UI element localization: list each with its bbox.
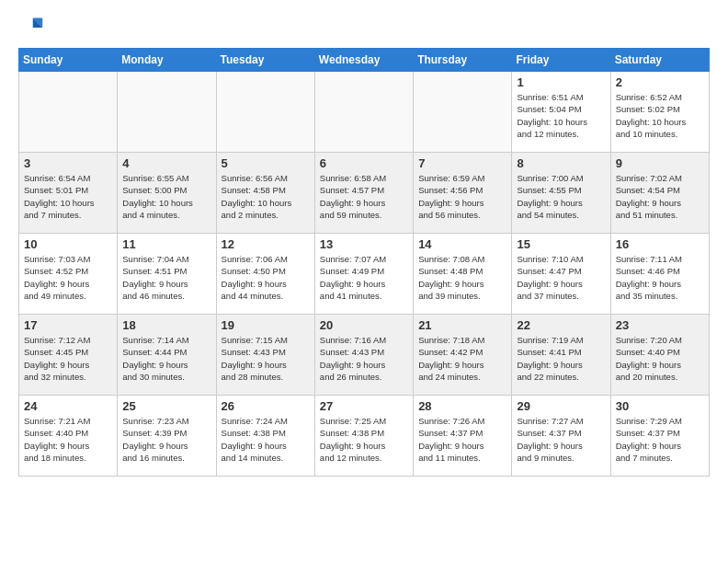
calendar-cell: 6Sunrise: 6:58 AM Sunset: 4:57 PM Daylig… <box>314 153 413 234</box>
day-info: Sunrise: 7:10 AM Sunset: 4:47 PM Dayligh… <box>517 253 605 302</box>
calendar-cell: 22Sunrise: 7:19 AM Sunset: 4:41 PM Dayli… <box>512 315 610 396</box>
day-number: 15 <box>517 237 605 251</box>
day-info: Sunrise: 7:14 AM Sunset: 4:44 PM Dayligh… <box>122 334 210 383</box>
day-number: 10 <box>24 237 112 251</box>
day-info: Sunrise: 6:54 AM Sunset: 5:01 PM Dayligh… <box>24 172 112 221</box>
day-info: Sunrise: 7:18 AM Sunset: 4:42 PM Dayligh… <box>418 334 506 383</box>
weekday-header-friday: Friday <box>512 49 610 72</box>
day-number: 6 <box>320 156 408 170</box>
calendar-cell: 20Sunrise: 7:16 AM Sunset: 4:43 PM Dayli… <box>314 315 413 396</box>
day-info: Sunrise: 6:59 AM Sunset: 4:56 PM Dayligh… <box>418 172 506 221</box>
weekday-header-wednesday: Wednesday <box>314 49 413 72</box>
weekday-header-thursday: Thursday <box>414 49 512 72</box>
day-info: Sunrise: 6:51 AM Sunset: 5:04 PM Dayligh… <box>517 91 605 140</box>
calendar-cell: 9Sunrise: 7:02 AM Sunset: 4:54 PM Daylig… <box>610 153 709 234</box>
weekday-header-tuesday: Tuesday <box>216 49 314 72</box>
calendar-cell: 3Sunrise: 6:54 AM Sunset: 5:01 PM Daylig… <box>19 153 118 234</box>
day-number: 11 <box>122 237 210 251</box>
day-number: 18 <box>122 318 210 332</box>
calendar-cell: 1Sunrise: 6:51 AM Sunset: 5:04 PM Daylig… <box>512 72 610 153</box>
calendar-cell: 19Sunrise: 7:15 AM Sunset: 4:43 PM Dayli… <box>216 315 314 396</box>
day-number: 8 <box>517 156 605 170</box>
day-info: Sunrise: 7:11 AM Sunset: 4:46 PM Dayligh… <box>616 253 704 302</box>
day-number: 30 <box>616 399 704 413</box>
calendar-cell: 21Sunrise: 7:18 AM Sunset: 4:42 PM Dayli… <box>414 315 512 396</box>
day-info: Sunrise: 7:06 AM Sunset: 4:50 PM Dayligh… <box>222 253 310 302</box>
day-info: Sunrise: 7:07 AM Sunset: 4:49 PM Dayligh… <box>320 253 408 302</box>
calendar-cell: 2Sunrise: 6:52 AM Sunset: 5:02 PM Daylig… <box>610 72 709 153</box>
calendar-cell: 8Sunrise: 7:00 AM Sunset: 4:55 PM Daylig… <box>512 153 610 234</box>
calendar-cell: 10Sunrise: 7:03 AM Sunset: 4:52 PM Dayli… <box>19 234 118 315</box>
calendar-cell <box>19 72 118 153</box>
calendar-week-row: 1Sunrise: 6:51 AM Sunset: 5:04 PM Daylig… <box>19 72 710 153</box>
calendar-cell: 29Sunrise: 7:27 AM Sunset: 4:37 PM Dayli… <box>512 396 610 477</box>
day-info: Sunrise: 7:24 AM Sunset: 4:38 PM Dayligh… <box>222 415 310 464</box>
calendar-cell: 7Sunrise: 6:59 AM Sunset: 4:56 PM Daylig… <box>414 153 512 234</box>
calendar-header-row: SundayMondayTuesdayWednesdayThursdayFrid… <box>19 49 710 72</box>
calendar-cell: 28Sunrise: 7:26 AM Sunset: 4:37 PM Dayli… <box>414 396 512 477</box>
day-info: Sunrise: 7:20 AM Sunset: 4:40 PM Dayligh… <box>616 334 704 383</box>
day-info: Sunrise: 7:26 AM Sunset: 4:37 PM Dayligh… <box>418 415 506 464</box>
calendar-cell: 13Sunrise: 7:07 AM Sunset: 4:49 PM Dayli… <box>314 234 413 315</box>
calendar-cell: 30Sunrise: 7:29 AM Sunset: 4:37 PM Dayli… <box>610 396 709 477</box>
day-number: 13 <box>320 237 408 251</box>
calendar-cell: 25Sunrise: 7:23 AM Sunset: 4:39 PM Dayli… <box>118 396 216 477</box>
day-info: Sunrise: 7:21 AM Sunset: 4:40 PM Dayligh… <box>24 415 112 464</box>
calendar-cell: 15Sunrise: 7:10 AM Sunset: 4:47 PM Dayli… <box>512 234 610 315</box>
day-number: 28 <box>418 399 506 413</box>
day-number: 4 <box>122 156 210 170</box>
calendar-cell: 12Sunrise: 7:06 AM Sunset: 4:50 PM Dayli… <box>216 234 314 315</box>
day-info: Sunrise: 6:52 AM Sunset: 5:02 PM Dayligh… <box>616 91 704 140</box>
day-number: 25 <box>122 399 210 413</box>
calendar-cell: 14Sunrise: 7:08 AM Sunset: 4:48 PM Dayli… <box>414 234 512 315</box>
logo-icon <box>18 15 44 40</box>
day-number: 2 <box>616 75 704 89</box>
day-number: 20 <box>320 318 408 332</box>
day-info: Sunrise: 7:12 AM Sunset: 4:45 PM Dayligh… <box>24 334 112 383</box>
calendar-cell: 5Sunrise: 6:56 AM Sunset: 4:58 PM Daylig… <box>216 153 314 234</box>
day-number: 12 <box>222 237 310 251</box>
calendar-cell: 27Sunrise: 7:25 AM Sunset: 4:38 PM Dayli… <box>314 396 413 477</box>
day-info: Sunrise: 7:19 AM Sunset: 4:41 PM Dayligh… <box>517 334 605 383</box>
day-number: 22 <box>517 318 605 332</box>
calendar-cell: 24Sunrise: 7:21 AM Sunset: 4:40 PM Dayli… <box>19 396 118 477</box>
calendar-cell: 16Sunrise: 7:11 AM Sunset: 4:46 PM Dayli… <box>610 234 709 315</box>
calendar-week-row: 10Sunrise: 7:03 AM Sunset: 4:52 PM Dayli… <box>19 234 710 315</box>
day-number: 29 <box>517 399 605 413</box>
day-number: 23 <box>616 318 704 332</box>
calendar-week-row: 3Sunrise: 6:54 AM Sunset: 5:01 PM Daylig… <box>19 153 710 234</box>
day-number: 21 <box>418 318 506 332</box>
weekday-header-saturday: Saturday <box>610 49 709 72</box>
day-info: Sunrise: 6:58 AM Sunset: 4:57 PM Dayligh… <box>320 172 408 221</box>
day-info: Sunrise: 7:29 AM Sunset: 4:37 PM Dayligh… <box>616 415 704 464</box>
calendar-cell: 23Sunrise: 7:20 AM Sunset: 4:40 PM Dayli… <box>610 315 709 396</box>
calendar-cell: 17Sunrise: 7:12 AM Sunset: 4:45 PM Dayli… <box>19 315 118 396</box>
day-info: Sunrise: 6:56 AM Sunset: 4:58 PM Dayligh… <box>222 172 310 221</box>
day-number: 3 <box>24 156 112 170</box>
header <box>18 15 710 40</box>
day-info: Sunrise: 7:23 AM Sunset: 4:39 PM Dayligh… <box>122 415 210 464</box>
calendar-cell <box>216 72 314 153</box>
calendar-week-row: 17Sunrise: 7:12 AM Sunset: 4:45 PM Dayli… <box>19 315 710 396</box>
day-info: Sunrise: 7:25 AM Sunset: 4:38 PM Dayligh… <box>320 415 408 464</box>
calendar-cell: 26Sunrise: 7:24 AM Sunset: 4:38 PM Dayli… <box>216 396 314 477</box>
day-number: 26 <box>222 399 310 413</box>
day-info: Sunrise: 6:55 AM Sunset: 5:00 PM Dayligh… <box>122 172 210 221</box>
day-number: 9 <box>616 156 704 170</box>
calendar-cell <box>118 72 216 153</box>
calendar-cell: 18Sunrise: 7:14 AM Sunset: 4:44 PM Dayli… <box>118 315 216 396</box>
day-number: 5 <box>222 156 310 170</box>
day-number: 14 <box>418 237 506 251</box>
day-info: Sunrise: 7:08 AM Sunset: 4:48 PM Dayligh… <box>418 253 506 302</box>
day-number: 19 <box>222 318 310 332</box>
day-number: 16 <box>616 237 704 251</box>
day-number: 17 <box>24 318 112 332</box>
day-info: Sunrise: 7:03 AM Sunset: 4:52 PM Dayligh… <box>24 253 112 302</box>
day-info: Sunrise: 7:02 AM Sunset: 4:54 PM Dayligh… <box>616 172 704 221</box>
day-number: 7 <box>418 156 506 170</box>
calendar-week-row: 24Sunrise: 7:21 AM Sunset: 4:40 PM Dayli… <box>19 396 710 477</box>
day-info: Sunrise: 7:27 AM Sunset: 4:37 PM Dayligh… <box>517 415 605 464</box>
day-number: 27 <box>320 399 408 413</box>
calendar-table: SundayMondayTuesdayWednesdayThursdayFrid… <box>18 48 710 477</box>
day-info: Sunrise: 7:04 AM Sunset: 4:51 PM Dayligh… <box>122 253 210 302</box>
